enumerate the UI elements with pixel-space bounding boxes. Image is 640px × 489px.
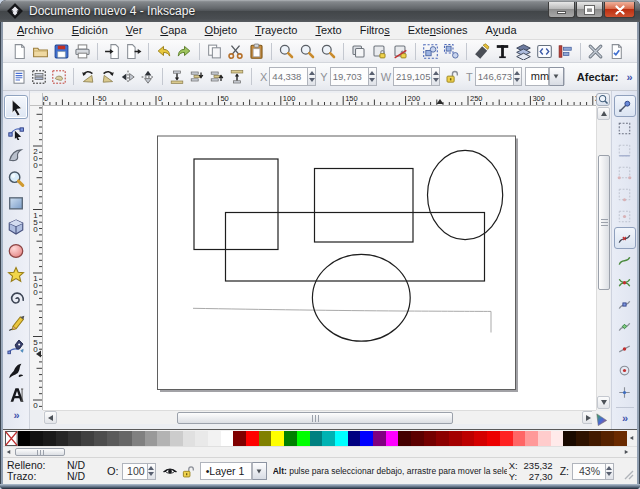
swatch-bc0000[interactable] [462, 431, 475, 446]
preferences-button[interactable] [585, 41, 606, 62]
align-distribute-button[interactable] [555, 41, 576, 62]
swatch-5c0000[interactable] [411, 431, 424, 446]
snap-paths-button[interactable] [614, 249, 636, 271]
tool-pencil-button[interactable] [4, 311, 28, 335]
tool-spiral-button[interactable] [4, 287, 28, 311]
snap-intersections-button[interactable] [614, 271, 636, 293]
raise-step-button[interactable] [207, 67, 227, 87]
snap-centers-button[interactable] [614, 359, 636, 381]
swatch-000000[interactable] [18, 431, 31, 446]
swatch-800000[interactable] [233, 431, 246, 446]
width-field[interactable]: 219,105 [393, 67, 432, 86]
swatch-1a0a00[interactable] [563, 431, 576, 446]
swatch-4d4d4d[interactable] [94, 431, 107, 446]
clone-button[interactable] [369, 41, 390, 62]
layers-dialog-button[interactable] [513, 41, 534, 62]
tool-rectangle-button[interactable] [4, 191, 28, 215]
swatch-ff00ff[interactable] [386, 431, 399, 446]
height-spin-buttons[interactable] [514, 67, 522, 86]
y-spin-buttons[interactable] [369, 67, 377, 86]
tool-3dbox-button[interactable] [4, 215, 28, 239]
scroll-up-button[interactable] [597, 107, 610, 120]
width-spin-buttons[interactable] [432, 67, 440, 86]
swatch-ffeaea[interactable] [551, 431, 564, 446]
fill-stroke-button[interactable] [471, 41, 492, 62]
print-button[interactable] [72, 41, 93, 62]
snap-bbox-corners-button[interactable] [614, 161, 636, 183]
swatch-a40000[interactable] [449, 431, 462, 446]
paste-button[interactable] [246, 41, 267, 62]
undo-button[interactable] [153, 41, 174, 62]
raise-top-button[interactable] [227, 67, 247, 87]
lock-ratio-button[interactable] [441, 67, 461, 87]
zoom-page-button[interactable] [318, 41, 339, 62]
swatch-cccccc[interactable] [170, 431, 183, 446]
swatch-ff2222[interactable] [500, 431, 513, 446]
snap-nodes-button[interactable] [614, 227, 636, 249]
zoom-spin-buttons[interactable] [606, 463, 614, 480]
swatch-008000[interactable] [284, 431, 297, 446]
select-all-button[interactable] [9, 67, 29, 87]
menu-capa[interactable]: Capa [151, 22, 195, 39]
swatch-b3b3b3[interactable] [157, 431, 170, 446]
swatch-404040[interactable] [81, 431, 94, 446]
sticky-zoom-button[interactable] [596, 93, 610, 106]
menu-ver[interactable]: Ver [117, 22, 152, 39]
minimize-button[interactable] [548, 2, 575, 18]
swatch-ffffff[interactable] [221, 431, 234, 446]
save-button[interactable] [51, 41, 72, 62]
folder-open-button[interactable] [30, 41, 51, 62]
height-field[interactable]: 146,673 [475, 67, 514, 86]
palette-scrollbar-thumb[interactable] [15, 448, 65, 456]
palette-left-arrow[interactable] [627, 431, 637, 445]
swatch-111111[interactable] [30, 431, 43, 446]
zoom-selection-button[interactable] [276, 41, 297, 62]
vertical-scrollbar-thumb[interactable] [598, 155, 610, 290]
swatch-ff0000[interactable] [246, 431, 259, 446]
flip-vertical-button[interactable] [138, 67, 158, 87]
copy-button[interactable] [204, 41, 225, 62]
snap-cusp-nodes-button[interactable] [614, 293, 636, 315]
ungroup-button[interactable] [441, 41, 462, 62]
swatch-2e1200[interactable] [576, 431, 589, 446]
swatch-none[interactable] [5, 431, 18, 446]
menu-texto[interactable]: Texto [306, 22, 350, 39]
x-field[interactable]: 44,338 [269, 67, 308, 86]
swatch-00b3b3[interactable] [322, 431, 335, 446]
units-dropdown-button[interactable] [549, 67, 564, 86]
swatch-ff9999[interactable] [525, 431, 538, 446]
document-properties-button[interactable] [606, 41, 627, 62]
opacity-spin-buttons[interactable] [148, 463, 156, 480]
swatch-0000ff[interactable] [360, 431, 373, 446]
tool-calligraphy-button[interactable] [4, 359, 28, 383]
swatch-00ffff[interactable] [335, 431, 348, 446]
unlink-clone-button[interactable] [390, 41, 411, 62]
swatch-808080[interactable] [132, 431, 145, 446]
scroll-left-button[interactable] [44, 411, 57, 424]
palette-scrollbar[interactable] [3, 446, 637, 457]
swatch-333333[interactable] [68, 431, 81, 446]
swatch-ffff00[interactable] [271, 431, 284, 446]
menu-trayecto[interactable]: Trayecto [246, 22, 306, 39]
deselect-button[interactable] [49, 67, 69, 87]
swatch-440000[interactable] [398, 431, 411, 446]
menu-filtros[interactable]: Filtros [351, 22, 399, 39]
document-new-button[interactable] [9, 41, 30, 62]
layer-selector[interactable]: •Layer 1 [200, 462, 267, 480]
xml-editor-button[interactable] [534, 41, 555, 62]
menu-extensiones[interactable]: Extensiones [399, 22, 477, 39]
color-managed-display-button[interactable] [592, 411, 610, 428]
snap-smooth-nodes-button[interactable] [614, 315, 636, 337]
lower-bottom-button[interactable] [167, 67, 187, 87]
tool-star-button[interactable] [4, 263, 28, 287]
swatch-666666[interactable] [119, 431, 132, 446]
swatch-e0e0e0[interactable] [183, 431, 196, 446]
menu-edicion[interactable]: Edición [63, 22, 117, 39]
rotate-ccw-button[interactable] [78, 67, 98, 87]
snap-bbox-edges-button[interactable] [614, 139, 636, 161]
snapbar-overflow-button[interactable]: » [622, 412, 627, 424]
layer-visibility-button[interactable] [162, 462, 179, 481]
swatch-5a5a5a[interactable] [107, 431, 120, 446]
swatch-1a1a1a[interactable] [43, 431, 56, 446]
toolbar-overflow-button[interactable]: » [626, 71, 631, 83]
